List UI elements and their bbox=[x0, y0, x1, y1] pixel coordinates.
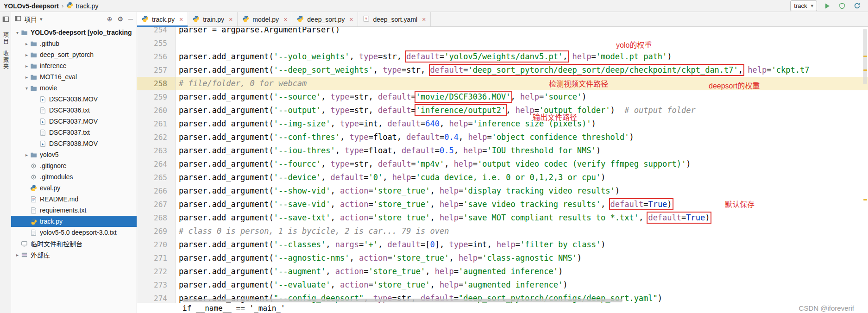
tree-item[interactable]: ▸.github bbox=[11, 38, 137, 49]
expander-icon[interactable]: ▸ bbox=[23, 41, 30, 46]
code-line[interactable]: 268parser.add_argument('--save-txt', act… bbox=[137, 211, 868, 225]
run-with-coverage-button[interactable] bbox=[837, 1, 847, 11]
gutter-line-number[interactable]: 261 bbox=[137, 117, 176, 131]
gutter-line-number[interactable]: 274 bbox=[137, 292, 176, 303]
error-stripe-mark[interactable] bbox=[863, 199, 867, 200]
gutter-line-number[interactable]: 268 bbox=[137, 211, 176, 225]
tree-item[interactable]: DSCF3037.MOV bbox=[11, 116, 137, 127]
run-configuration-select[interactable]: track ▾ bbox=[790, 0, 817, 11]
tree-item[interactable]: DSCF3036.txt bbox=[11, 105, 137, 116]
tool-window-icon[interactable] bbox=[2, 16, 9, 25]
tree-item[interactable]: ▸yolov5 bbox=[11, 149, 137, 160]
tree-item[interactable]: 临时文件和控制台 bbox=[11, 238, 137, 249]
tree-item[interactable]: requirements.txt bbox=[11, 205, 137, 216]
gutter-line-number[interactable]: 257 bbox=[137, 63, 176, 77]
code-line[interactable]: 263parser.add_argument('--iou-thres', ty… bbox=[137, 144, 868, 157]
gutter-line-number[interactable]: 271 bbox=[137, 251, 176, 265]
tab-close-icon[interactable]: × bbox=[179, 16, 183, 23]
gutter-line-number[interactable]: 273 bbox=[137, 278, 176, 292]
tree-item[interactable]: ▸deep_sort_pytorch bbox=[11, 49, 137, 60]
gutter-line-number[interactable]: 262 bbox=[137, 131, 176, 144]
horizontal-scrollbar[interactable] bbox=[182, 299, 623, 302]
code-line[interactable]: 265parser.add_argument('--device', defau… bbox=[137, 171, 868, 184]
code-line[interactable]: 261parser.add_argument('--img-size', typ… bbox=[137, 117, 868, 131]
tree-item[interactable]: DSCF3036.MOV bbox=[11, 94, 137, 105]
tree-item[interactable]: DSCF3038.MOV bbox=[11, 138, 137, 149]
gutter-line-number[interactable]: 260 bbox=[137, 104, 176, 117]
tab-close-icon[interactable]: × bbox=[229, 16, 233, 23]
code-line[interactable]: 271parser.add_argument('--agnostic-nms',… bbox=[137, 251, 868, 265]
tree-item[interactable]: ▾YOLOv5-deepsort [yolo_tracking bbox=[11, 27, 137, 38]
tree-item[interactable]: DSCF3037.txt bbox=[11, 127, 137, 138]
code-line[interactable]: 267parser.add_argument('--save-vid', act… bbox=[137, 198, 868, 211]
tab-close-icon[interactable]: × bbox=[283, 16, 287, 23]
breadcrumb-item[interactable]: YOLOv5-deepsort bbox=[4, 2, 59, 10]
code-line[interactable]: 273parser.add_argument('--evaluate', act… bbox=[137, 278, 868, 292]
tree-item[interactable]: yolov5-5.0 deepsort-3.0.txt bbox=[11, 227, 137, 238]
run-button[interactable] bbox=[823, 1, 832, 11]
tool-window-stripe-button[interactable]: 收藏夹 bbox=[2, 50, 10, 70]
gutter-line-number[interactable]: 269 bbox=[137, 225, 176, 238]
gutter-line-number[interactable]: 254 bbox=[137, 27, 176, 37]
code-line[interactable]: 256parser.add_argument('--yolo_weights',… bbox=[137, 50, 868, 63]
code-editor[interactable]: 254parser = argparse.ArgumentParser()255… bbox=[137, 27, 868, 303]
gutter-line-number[interactable]: 265 bbox=[137, 171, 176, 184]
gutter-line-number[interactable]: 258 bbox=[137, 77, 176, 90]
chevron-down-icon[interactable]: ▾ bbox=[40, 16, 43, 22]
editor-tab[interactable]: track.py× bbox=[137, 12, 188, 26]
locate-file-icon[interactable]: ⊕ bbox=[107, 15, 113, 23]
settings-gear-icon[interactable]: ⚙ bbox=[118, 15, 124, 23]
tree-item[interactable]: .gitignore bbox=[11, 160, 137, 171]
editor-tab[interactable]: Ydeep_sort.yaml× bbox=[358, 12, 431, 26]
tab-close-icon[interactable]: × bbox=[422, 16, 426, 23]
code-line[interactable]: 266parser.add_argument('--show-vid', act… bbox=[137, 184, 868, 198]
code-line[interactable]: 260parser.add_argument('--output', type=… bbox=[137, 104, 868, 117]
tree-item[interactable]: ▾movie bbox=[11, 82, 137, 94]
code-line[interactable]: 254parser = argparse.ArgumentParser() bbox=[137, 27, 868, 37]
editor-tab[interactable]: deep_sort.py× bbox=[292, 12, 358, 26]
gutter-line-number[interactable]: 264 bbox=[137, 157, 176, 171]
code-token: ) bbox=[601, 240, 605, 249]
breadcrumb-item[interactable]: track.py bbox=[66, 2, 98, 10]
error-stripe-mark[interactable] bbox=[863, 56, 867, 57]
expander-icon[interactable]: ▸ bbox=[23, 63, 30, 69]
tree-item[interactable]: .gitmodules bbox=[11, 171, 137, 182]
gutter-line-number[interactable]: 255 bbox=[137, 37, 176, 50]
expander-icon[interactable]: ▸ bbox=[23, 152, 30, 157]
gutter-line-number[interactable]: 267 bbox=[137, 198, 176, 211]
tab-close-icon[interactable]: × bbox=[349, 16, 353, 23]
gutter-line-number[interactable]: 272 bbox=[137, 265, 176, 278]
tool-window-stripe-button[interactable]: 项目 bbox=[2, 32, 10, 45]
tree-item[interactable]: eval.py bbox=[11, 182, 137, 194]
code-line[interactable]: 262parser.add_argument('--conf-thres', t… bbox=[137, 131, 868, 144]
tree-item[interactable]: ▸inference bbox=[11, 60, 137, 71]
code-line[interactable]: 270parser.add_argument('--classes', narg… bbox=[137, 238, 868, 251]
expander-icon[interactable]: ▾ bbox=[14, 30, 21, 35]
gutter-line-number[interactable]: 259 bbox=[137, 90, 176, 104]
tree-item[interactable]: README.md bbox=[11, 194, 137, 205]
tree-item[interactable]: ▸外部库 bbox=[11, 249, 137, 260]
expander-icon[interactable]: ▾ bbox=[23, 86, 30, 91]
error-stripe-mark[interactable] bbox=[863, 69, 867, 71]
code-line[interactable]: 259parser.add_argument('--source', type=… bbox=[137, 90, 868, 104]
code-line[interactable]: 269# class 0 is person, 1 is bycicle, 2 … bbox=[137, 225, 868, 238]
sync-button[interactable] bbox=[852, 1, 862, 11]
editor-tab[interactable]: model.py× bbox=[238, 12, 292, 26]
expander-icon[interactable]: ▸ bbox=[14, 252, 21, 257]
code-line[interactable]: 257parser.add_argument('--deep_sort_weig… bbox=[137, 63, 868, 77]
hide-panel-icon[interactable]: ─ bbox=[128, 15, 133, 23]
gutter-line-number[interactable]: 263 bbox=[137, 144, 176, 157]
gutter-line-number[interactable]: 270 bbox=[137, 238, 176, 251]
tree-item[interactable]: track.py bbox=[11, 216, 137, 227]
gutter-line-number[interactable]: 266 bbox=[137, 184, 176, 198]
code-line[interactable]: 264parser.add_argument('--fourcc', type=… bbox=[137, 157, 868, 171]
editor-tab[interactable]: train.py× bbox=[188, 12, 238, 26]
code-line[interactable]: 272parser.add_argument('--augment', acti… bbox=[137, 265, 868, 278]
code-token: 0.4 bbox=[444, 132, 459, 142]
tree-item[interactable]: ▸MOT16_eval bbox=[11, 71, 137, 82]
expander-icon[interactable]: ▸ bbox=[23, 52, 30, 57]
project-panel-title[interactable]: 项目 bbox=[24, 14, 37, 24]
expander-icon[interactable]: ▸ bbox=[23, 75, 30, 80]
code-line[interactable]: 255 bbox=[137, 37, 868, 50]
gutter-line-number[interactable]: 256 bbox=[137, 50, 176, 63]
